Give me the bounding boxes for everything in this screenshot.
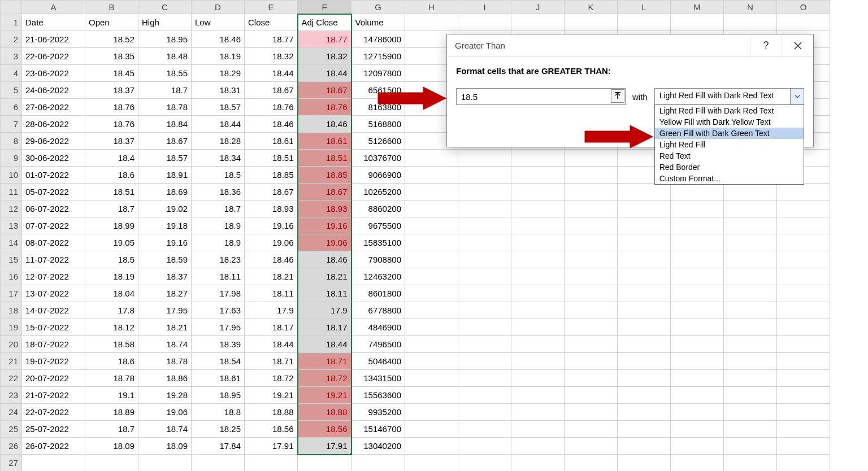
row-header[interactable]: 27 [1, 455, 22, 472]
cell[interactable]: 26-07-2022 [22, 438, 85, 455]
cell[interactable] [351, 455, 405, 472]
column-header[interactable]: D [192, 1, 245, 14]
cell[interactable]: 18.21 [298, 268, 351, 285]
column-header[interactable]: I [458, 1, 511, 14]
cell[interactable]: 18.77 [245, 31, 298, 48]
cell[interactable] [458, 150, 511, 167]
cell[interactable] [565, 14, 618, 31]
cell[interactable] [724, 184, 777, 200]
format-option[interactable]: Red Border [655, 162, 804, 173]
row-header[interactable]: 9 [1, 150, 22, 167]
cell[interactable]: 18.31 [192, 82, 245, 99]
cell[interactable] [405, 302, 458, 319]
cell[interactable]: 14786000 [351, 31, 405, 48]
cell[interactable] [618, 184, 671, 200]
cell[interactable] [405, 370, 458, 387]
cell[interactable]: 15563600 [351, 387, 405, 404]
cell[interactable]: 18.56 [245, 421, 298, 438]
cell[interactable]: 19.02 [138, 200, 192, 217]
cell[interactable] [671, 336, 724, 353]
cell[interactable] [618, 455, 671, 472]
cell[interactable] [245, 455, 298, 472]
cell[interactable] [777, 200, 830, 217]
cell[interactable]: 18.45 [85, 65, 138, 82]
cell[interactable] [618, 234, 671, 251]
cell[interactable]: 29-06-2022 [22, 133, 85, 150]
cell[interactable] [458, 421, 511, 438]
row-header[interactable]: 10 [1, 167, 22, 184]
cell[interactable] [565, 387, 618, 404]
cell[interactable]: 10265200 [351, 184, 405, 200]
row-header[interactable]: 25 [1, 421, 22, 438]
row-header[interactable]: 20 [1, 336, 22, 353]
cell[interactable]: 18.25 [192, 421, 245, 438]
cell[interactable] [565, 455, 618, 472]
cell[interactable] [511, 150, 565, 167]
cell[interactable] [405, 421, 458, 438]
cell[interactable] [724, 404, 777, 421]
cell[interactable] [618, 421, 671, 438]
cell[interactable]: 18.93 [245, 200, 298, 217]
row-header[interactable]: 18 [1, 302, 22, 319]
cell[interactable] [565, 438, 618, 455]
cell[interactable] [671, 217, 724, 234]
cell[interactable] [618, 14, 671, 31]
cell[interactable] [777, 184, 830, 200]
cell[interactable] [565, 353, 618, 370]
cell[interactable] [671, 421, 724, 438]
cell[interactable] [618, 251, 671, 268]
cell[interactable]: Close [245, 14, 298, 31]
cell[interactable]: 12097800 [351, 65, 405, 82]
cell[interactable] [405, 285, 458, 302]
cell[interactable] [458, 251, 511, 268]
cell[interactable]: 18.93 [298, 200, 351, 217]
format-option[interactable]: Custom Format... [655, 173, 804, 184]
column-header[interactable]: J [511, 1, 565, 14]
cell[interactable] [724, 353, 777, 370]
cell[interactable] [724, 387, 777, 404]
row-header[interactable]: 2 [1, 31, 22, 48]
cell[interactable]: 8163800 [351, 99, 405, 116]
cell[interactable] [458, 387, 511, 404]
cell[interactable]: 18.71 [298, 353, 351, 370]
cell[interactable]: 18.4 [85, 150, 138, 167]
cell[interactable]: 18.34 [192, 150, 245, 167]
cell[interactable] [405, 167, 458, 184]
cell[interactable]: High [138, 14, 192, 31]
cell[interactable]: 4846900 [351, 319, 405, 336]
cell[interactable] [671, 234, 724, 251]
cell[interactable] [671, 184, 724, 200]
cell[interactable]: 18.37 [85, 82, 138, 99]
cell[interactable] [22, 455, 85, 472]
cell[interactable]: 28-06-2022 [22, 116, 85, 133]
cell[interactable]: 18.67 [245, 184, 298, 200]
cell[interactable] [618, 336, 671, 353]
cell[interactable]: 18.21 [138, 319, 192, 336]
format-option[interactable]: Green Fill with Dark Green Text [655, 128, 804, 139]
cell[interactable]: 11-07-2022 [22, 251, 85, 268]
cell[interactable]: 9066900 [351, 167, 405, 184]
cell[interactable] [724, 336, 777, 353]
cell[interactable]: 17.8 [85, 302, 138, 319]
cell[interactable]: 8601800 [351, 285, 405, 302]
cell[interactable]: 18.99 [85, 217, 138, 234]
format-select[interactable]: Light Red Fill with Dark Red Text [654, 88, 804, 105]
row-header[interactable]: 22 [1, 370, 22, 387]
cell[interactable]: 18.72 [298, 370, 351, 387]
cell[interactable]: 19.06 [245, 234, 298, 251]
format-option[interactable]: Light Red Fill [655, 139, 804, 150]
cell[interactable]: 13431500 [351, 370, 405, 387]
cell[interactable]: 07-07-2022 [22, 217, 85, 234]
cell[interactable] [777, 251, 830, 268]
cell[interactable]: 14-07-2022 [22, 302, 85, 319]
cell[interactable]: 18.9 [192, 217, 245, 234]
cell[interactable]: 18.59 [138, 251, 192, 268]
cell[interactable] [511, 404, 565, 421]
cell[interactable] [724, 285, 777, 302]
cell[interactable] [511, 285, 565, 302]
cell[interactable] [777, 353, 830, 370]
cell[interactable]: 27-06-2022 [22, 99, 85, 116]
cell[interactable] [458, 14, 511, 31]
cell[interactable] [511, 302, 565, 319]
cell[interactable] [724, 14, 777, 31]
